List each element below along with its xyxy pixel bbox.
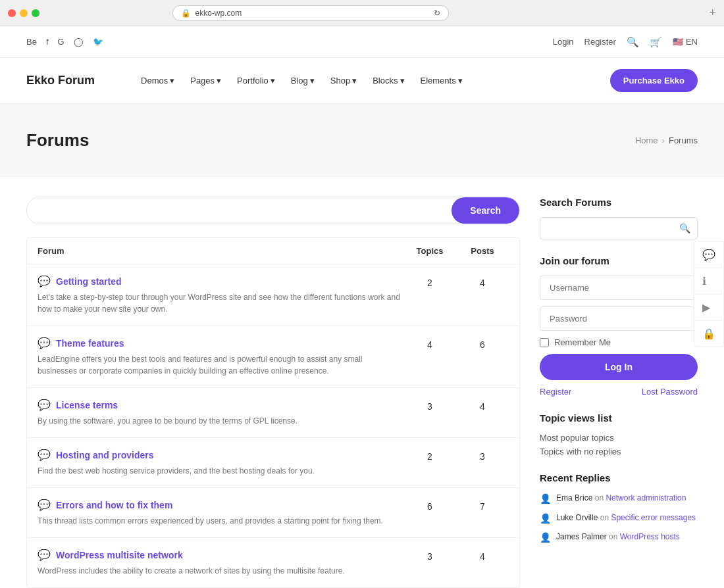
nav-elements[interactable]: Elements ▾ — [414, 72, 469, 89]
post-count: 3 — [456, 449, 509, 462]
floating-sidebar: 💬 ℹ ▶ 🔒 — [694, 241, 724, 347]
reply-topic-link[interactable]: Network administration — [606, 493, 686, 502]
topic-title-row: 💬 Getting started — [38, 275, 403, 287]
chat-icon: 💬 — [38, 549, 51, 561]
table-row: 💬 License terms By using the software, y… — [27, 388, 519, 438]
topic-link[interactable]: Errors and how to fix them — [56, 500, 172, 510]
sidebar-search-icon[interactable]: 🔍 — [679, 223, 690, 233]
chat-icon: 💬 — [38, 399, 51, 411]
dot-yellow — [20, 9, 28, 17]
sidebar-search-title: Search Forums — [540, 197, 698, 208]
reply-topic-link[interactable]: Specific error messages — [611, 513, 696, 522]
instagram-icon[interactable]: ◯ — [74, 37, 84, 47]
nav-blog[interactable]: Blog ▾ — [284, 72, 321, 89]
topic-link[interactable]: License terms — [56, 400, 118, 410]
top-bar-right: Login Register 🔍 🛒 🇺🇸 EN — [553, 36, 698, 48]
topic-title-row: 💬 WordPress multisite network — [38, 549, 403, 561]
topic-title-row: 💬 License terms — [38, 399, 403, 411]
lost-password-link[interactable]: Lost Password — [642, 387, 698, 397]
behance-icon[interactable]: Be — [26, 37, 37, 47]
nav-shop[interactable]: Shop ▾ — [324, 72, 363, 89]
join-forum-title: Join our forum — [540, 255, 698, 266]
top-bar: Be f G ◯ 🐦 Login Register 🔍 🛒 🇺🇸 EN — [0, 26, 724, 58]
breadcrumb-home[interactable]: Home — [635, 135, 658, 145]
nav-pages[interactable]: Pages ▾ — [184, 72, 228, 89]
floating-chat-icon[interactable]: 💬 — [694, 242, 723, 268]
topic-link[interactable]: Hosting and providers — [56, 450, 154, 460]
chevron-icon: ▾ — [310, 76, 315, 86]
google-icon[interactable]: G — [58, 37, 65, 47]
remember-checkbox[interactable] — [540, 338, 549, 347]
topic-count: 2 — [403, 449, 456, 462]
password-field[interactable] — [540, 306, 698, 331]
purchase-button[interactable]: Purchase Ekko — [610, 69, 698, 92]
username-field[interactable] — [540, 276, 698, 300]
topic-description: WordPress includes the ability to create… — [38, 565, 403, 577]
post-count: 6 — [456, 337, 509, 350]
login-link[interactable]: Login — [553, 37, 574, 47]
topic-count: 6 — [403, 499, 456, 512]
page-title: Forums — [26, 130, 89, 151]
register-link[interactable]: Register — [584, 37, 616, 47]
table-row: 💬 Getting started Let's take a step-by-s… — [27, 264, 519, 326]
floating-play-icon[interactable]: ▶ — [694, 295, 723, 321]
new-tab-icon[interactable]: + — [709, 6, 716, 20]
forum-search-bar: Search — [26, 197, 520, 224]
forum-search-input[interactable] — [27, 197, 452, 224]
topic-info: 💬 Errors and how to fix them This thread… — [38, 499, 403, 527]
sidebar-search-input[interactable] — [547, 224, 679, 233]
forum-section: Search Forum Topics Posts 💬 Getting star… — [26, 197, 520, 588]
site-logo[interactable]: Ekko Forum — [26, 74, 95, 87]
chat-icon: 💬 — [38, 275, 51, 287]
topic-info: 💬 Theme features LeadEngine offers you t… — [38, 337, 403, 377]
table-row: 💬 Errors and how to fix them This thread… — [27, 488, 519, 538]
no-replies-topics-link[interactable]: Topics with no replies — [540, 447, 698, 456]
topic-count: 2 — [403, 275, 456, 288]
post-count: 4 — [456, 399, 509, 412]
forum-search-button[interactable]: Search — [452, 197, 519, 224]
search-icon[interactable]: 🔍 — [627, 36, 639, 48]
topic-count: 3 — [403, 549, 456, 562]
remember-me-row: Remember Me — [540, 337, 698, 347]
nav-portfolio[interactable]: Portfolio ▾ — [230, 72, 282, 89]
nav-blocks[interactable]: Blocks ▾ — [366, 72, 411, 89]
chevron-icon: ▾ — [217, 76, 221, 86]
avatar-icon: 👤 — [540, 493, 551, 506]
reply-on: on — [609, 532, 620, 541]
table-row: 💬 Theme features LeadEngine offers you t… — [27, 326, 519, 388]
reply-text: Ema Brice on Network administration — [556, 493, 686, 504]
register-link[interactable]: Register — [540, 387, 571, 397]
flag-icon: 🇺🇸 — [673, 37, 683, 47]
login-button[interactable]: Log In — [540, 354, 698, 380]
topic-title-row: 💬 Hosting and providers — [38, 449, 403, 461]
topic-views-section: Topic views list Most popular topics Top… — [540, 412, 698, 456]
topic-link[interactable]: Theme features — [56, 338, 124, 349]
cart-icon[interactable]: 🛒 — [650, 36, 662, 48]
sidebar-search-bar: 🔍 — [540, 217, 698, 239]
post-count: 7 — [456, 499, 509, 512]
topic-link[interactable]: Getting started — [56, 276, 122, 287]
most-popular-topics-link[interactable]: Most popular topics — [540, 433, 698, 443]
hero-area: Forums Home › Forums — [0, 104, 724, 177]
chevron-icon: ▾ — [170, 76, 174, 86]
reply-user: Luke Orville — [556, 513, 598, 522]
reply-text: Luke Orville on Specific error messages — [556, 512, 696, 524]
address-bar[interactable]: 🔒 ekko-wp.com ↻ — [172, 5, 449, 21]
twitter-icon[interactable]: 🐦 — [93, 37, 103, 47]
topic-description: By using the software, you agree to be b… — [38, 415, 403, 427]
chat-icon: 💬 — [38, 337, 51, 349]
floating-lock-icon[interactable]: 🔒 — [694, 321, 723, 347]
recent-replies-title: Recent Replies — [540, 472, 698, 483]
col-posts: Posts — [456, 246, 509, 256]
floating-info-icon[interactable]: ℹ — [694, 268, 723, 295]
facebook-icon[interactable]: f — [46, 37, 49, 47]
chevron-icon: ▾ — [400, 76, 405, 86]
topic-link[interactable]: WordPress multisite network — [56, 550, 183, 560]
topic-description: LeadEngine offers you the best tools and… — [38, 353, 403, 377]
table-row: 💬 WordPress multisite network WordPress … — [27, 538, 519, 587]
language-selector[interactable]: 🇺🇸 EN — [673, 37, 698, 47]
reply-text: James Palmer on WordPress hosts — [556, 531, 680, 543]
reply-topic-link[interactable]: WordPress hosts — [620, 532, 680, 541]
dot-red — [8, 9, 16, 17]
nav-demos[interactable]: Demos ▾ — [134, 72, 181, 89]
